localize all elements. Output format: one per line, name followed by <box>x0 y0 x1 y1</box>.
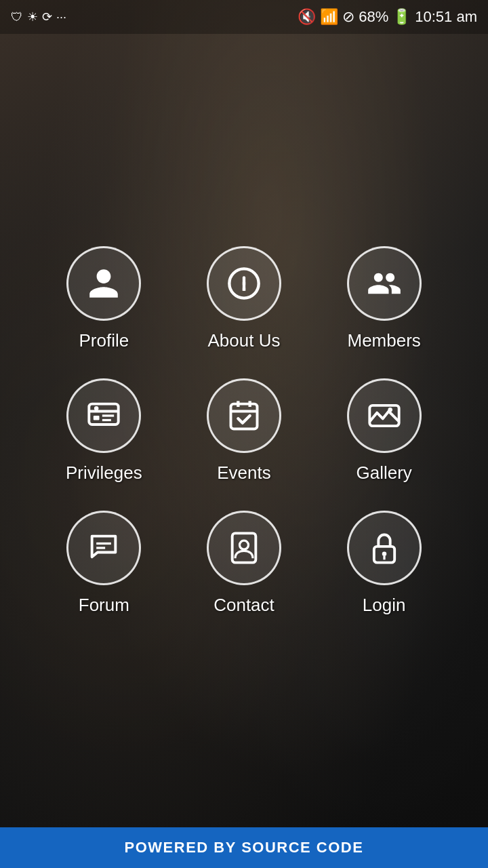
sync-icon: ⟳ <box>42 9 52 24</box>
menu-item-contact[interactable]: Contact <box>181 511 308 616</box>
mute-icon: 🔇 <box>298 8 316 26</box>
battery-percent: 68% <box>359 8 388 26</box>
svg-point-19 <box>382 551 386 556</box>
battery-icon: 🔋 <box>392 8 411 26</box>
svg-point-12 <box>388 408 392 412</box>
menu-item-privileges[interactable]: Privileges <box>41 378 167 484</box>
gallery-label: Gallery <box>356 462 411 484</box>
svg-rect-7 <box>230 403 257 429</box>
lock-icon <box>367 530 402 566</box>
status-time: 10:51 am <box>415 8 477 26</box>
login-label: Login <box>363 595 406 616</box>
footer-text: POWERED BY SOURCE CODE <box>125 839 364 856</box>
footer-bar: POWERED BY SOURCE CODE <box>0 827 488 868</box>
profile-icon-circle <box>66 246 141 321</box>
privileges-label: Privileges <box>66 462 142 484</box>
contact-icon <box>226 530 262 566</box>
menu-item-profile[interactable]: Profile <box>41 246 167 351</box>
status-right-icons: 🔇 📶 ⊘ 68% 🔋 10:51 am <box>298 8 477 26</box>
login-icon-circle <box>347 511 422 585</box>
privileges-icon-circle <box>66 378 141 453</box>
about-us-label: About Us <box>208 330 281 351</box>
menu-item-forum[interactable]: Forum <box>41 511 167 616</box>
wifi-icon: 📶 <box>320 8 338 26</box>
contact-icon-circle <box>207 511 281 585</box>
menu-item-about-us[interactable]: About Us <box>181 246 308 351</box>
brightness-icon: ☀ <box>27 9 38 24</box>
menu-item-login[interactable]: Login <box>321 511 447 616</box>
main-content: Profile About Us Members <box>0 34 488 827</box>
dots-icon: ··· <box>56 10 66 24</box>
calendar-icon <box>226 398 262 433</box>
no-signal-icon: ⊘ <box>342 8 354 26</box>
gallery-icon-circle <box>347 378 422 453</box>
profile-label: Profile <box>79 330 129 351</box>
forum-icon-circle <box>66 511 141 585</box>
menu-grid: Profile About Us Members <box>27 233 461 629</box>
svg-rect-3 <box>94 416 100 420</box>
contact-label: Contact <box>214 595 274 616</box>
status-bar: 🛡 ☀ ⟳ ··· 🔇 📶 ⊘ 68% 🔋 10:51 am <box>0 0 488 34</box>
members-label: Members <box>347 330 420 351</box>
card-icon <box>86 398 121 433</box>
about-icon-circle <box>207 246 281 321</box>
members-icon-circle <box>347 246 422 321</box>
person-icon <box>86 266 121 301</box>
status-left-icons: 🛡 ☀ ⟳ ··· <box>11 9 66 24</box>
menu-item-gallery[interactable]: Gallery <box>321 378 447 484</box>
events-icon-circle <box>207 378 281 453</box>
group-icon <box>367 266 402 301</box>
svg-rect-1 <box>89 403 119 424</box>
chat-icon <box>86 530 121 566</box>
shield-status-icon: 🛡 <box>11 10 23 24</box>
svg-rect-16 <box>232 533 256 562</box>
menu-item-members[interactable]: Members <box>321 246 447 351</box>
svg-point-6 <box>94 406 99 410</box>
photo-icon <box>367 398 402 433</box>
events-label: Events <box>217 462 271 484</box>
menu-item-events[interactable]: Events <box>181 378 308 484</box>
forum-label: Forum <box>79 595 129 616</box>
svg-point-17 <box>239 540 248 549</box>
info-icon <box>226 266 262 301</box>
